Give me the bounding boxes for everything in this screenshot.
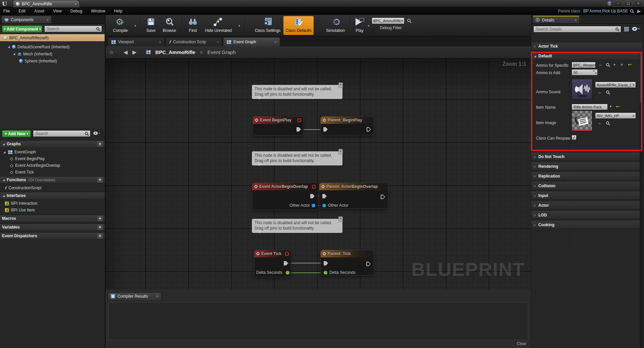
back-icon[interactable]: ◀ <box>123 49 127 55</box>
minimize-button[interactable]: − <box>614 1 623 6</box>
bubble-pin-icon[interactable] <box>338 149 343 154</box>
tab-construction-script[interactable]: f Construction Scrip× <box>165 37 222 46</box>
hide-unrelated-caret-icon[interactable]: ▾ <box>238 24 240 28</box>
details-scrollbar[interactable] <box>640 51 642 348</box>
item-name-input[interactable] <box>572 104 608 110</box>
node-parent-actor-begin-overlap[interactable]: Parent: ActorBeginOverlap Other Actor <box>319 183 388 209</box>
class-can-respawn-checkbox[interactable]: ✓ <box>572 135 577 140</box>
bpi-interaction-row[interactable]: f BPI Interaction <box>0 200 105 207</box>
browse-button[interactable]: Browse <box>160 16 179 35</box>
add-graph-button[interactable]: + <box>97 141 103 147</box>
category-collision[interactable]: ▷ Collision <box>531 182 642 190</box>
details-tab[interactable]: Details × <box>533 16 580 23</box>
exec-out-pin[interactable] <box>284 261 288 265</box>
add-component-button[interactable]: + Add Component ▾ <box>2 26 42 33</box>
delta-seconds-in-pin[interactable] <box>324 271 327 275</box>
expander-icon[interactable]: ◢ <box>12 52 16 55</box>
hide-unrelated-button[interactable]: Hide Unrelated <box>203 16 234 35</box>
bubble-pin-icon[interactable] <box>338 83 343 88</box>
breadcrumb-root[interactable]: BPC_AmmoRifle <box>155 49 195 55</box>
variables-section-header[interactable]: Variables + <box>0 223 105 231</box>
delta-seconds-out-pin[interactable] <box>286 271 289 275</box>
debug-search-icon[interactable] <box>407 18 412 23</box>
bpi-use-item-row[interactable]: f BPI Use Item <box>0 207 105 213</box>
browse-to-asset-icon[interactable] <box>606 121 610 126</box>
browse-to-asset-icon[interactable] <box>606 90 610 95</box>
node-event-tick[interactable]: Event Tick Delta Seconds <box>254 250 291 277</box>
menu-asset[interactable]: Asset <box>34 9 44 13</box>
simulation-button[interactable]: ⚙▶ Simulation <box>323 16 348 35</box>
add-macro-button[interactable]: + <box>97 216 103 221</box>
save-button[interactable]: Save <box>143 16 159 35</box>
node-parent-tick[interactable]: Parent: Tick Delta Seconds <box>320 250 374 276</box>
ammo-for-specific-dropdown[interactable]: BPC_Weapo ▾ <box>572 62 596 68</box>
details-tab-close-icon[interactable]: × <box>575 18 577 22</box>
details-search-input[interactable] <box>533 26 621 33</box>
debug-object-dropdown[interactable]: BPC_AmmoRifle ▾ <box>372 17 405 24</box>
asset-tab[interactable]: BPC_AmmoRifle × <box>13 0 80 7</box>
tab-event-graph[interactable]: Event Graph× <box>223 37 280 46</box>
forward-icon[interactable]: ▶ <box>132 49 137 55</box>
component-row-scene-root[interactable]: ◢ DefaultSceneRoot (Inherited) <box>0 43 105 50</box>
components-search-input[interactable] <box>44 26 102 32</box>
menu-file[interactable]: File <box>3 9 10 13</box>
default-section[interactable]: ◢ Default <box>531 52 642 60</box>
close-button[interactable]: × <box>634 1 643 6</box>
expander-icon[interactable]: ◢ <box>7 45 10 48</box>
asset-tab-close-icon[interactable]: × <box>75 2 77 6</box>
class-settings-button[interactable]: Class Settings <box>253 16 282 35</box>
filter-eye-icon[interactable] <box>93 131 100 136</box>
ammo-sound-dropdown[interactable]: AssaultRifle_Equip_( ▾ <box>595 82 636 88</box>
actor-tick-section[interactable]: ▷ Actor Tick <box>531 43 642 50</box>
bubble-pin-icon[interactable] <box>338 216 343 222</box>
clear-icon[interactable]: × <box>621 62 623 67</box>
tab-close-icon[interactable]: × <box>274 40 276 44</box>
event-graph-row[interactable]: ◢ EventGraph <box>0 149 105 155</box>
search-parent-icon[interactable] <box>630 9 634 13</box>
compile-button[interactable]: ⚙✓ Compile <box>108 16 132 35</box>
component-row-sphere[interactable]: Sphere (Inherited) <box>0 57 105 64</box>
components-tab-close-icon[interactable]: × <box>47 18 49 22</box>
compile-options-caret-icon[interactable]: ▾ <box>135 24 136 28</box>
graphs-section-header[interactable]: ◢ Graphs + <box>0 140 105 148</box>
exec-out-pin[interactable] <box>381 195 385 199</box>
category-do-not-touch[interactable]: ▷ Do Not Touch <box>531 153 642 161</box>
event-graph-canvas[interactable]: Zoom 1:1 BLUEPRINT This node is disabled… <box>106 58 531 290</box>
node-event-begin-play[interactable]: Event BeginPlay <box>253 116 304 136</box>
other-actor-out-pin[interactable] <box>312 204 315 207</box>
compiler-clear-button[interactable]: Clear <box>517 341 526 346</box>
menu-edit[interactable]: Edit <box>18 9 25 13</box>
other-actor-in-pin[interactable] <box>322 204 326 207</box>
node-parent-begin-play[interactable]: Parent: BeginPlay <box>320 116 374 135</box>
use-selected-icon[interactable]: ← <box>598 120 602 126</box>
functions-section-header[interactable]: ◢ Functions (24 Overridable) + <box>0 176 105 184</box>
compiler-tab-close-icon[interactable]: × <box>156 294 158 298</box>
exec-out-pin[interactable] <box>367 127 371 132</box>
name-dropdown-caret-icon[interactable]: ▾ <box>610 104 611 108</box>
category-cooking[interactable]: ▷ Cooking <box>531 221 642 229</box>
item-image-thumbnail[interactable] <box>572 110 592 131</box>
add-element-icon[interactable]: + <box>613 62 616 67</box>
category-actor[interactable]: ▷ Actor <box>531 201 642 209</box>
event-actor-begin-overlap-row[interactable]: ◇ Event ActorBeginOverlap <box>0 162 105 169</box>
event-begin-play-row[interactable]: ◇ Event BeginPlay <box>0 155 105 162</box>
exec-out-pin[interactable] <box>366 262 371 266</box>
menu-help[interactable]: Help <box>114 9 122 13</box>
ammo-sound-thumbnail[interactable] <box>572 79 592 100</box>
menu-window[interactable]: Window <box>91 9 105 13</box>
item-image-dropdown[interactable]: INV_IMG_HP ▾ <box>595 112 636 119</box>
breadcrumb-current[interactable]: Event Graph <box>207 49 235 55</box>
maximize-button[interactable]: ▢ <box>624 1 633 6</box>
property-matrix-icon[interactable] <box>624 27 629 32</box>
parent-class-link[interactable]: BP Ammo Pick Up BASE <box>583 9 628 13</box>
marketplace-icon[interactable] <box>607 1 612 6</box>
category-rendering[interactable]: ▷ Rendering <box>531 162 642 170</box>
my-blueprint-search-input[interactable] <box>33 130 91 137</box>
exec-in-pin[interactable] <box>324 261 328 265</box>
macros-section-header[interactable]: Macros + <box>0 215 105 222</box>
add-dispatcher-button[interactable]: + <box>97 233 103 239</box>
interfaces-section-header[interactable]: ◢ Interfaces <box>0 192 105 199</box>
exec-out-pin[interactable] <box>297 127 301 132</box>
value-slider-icon[interactable] <box>593 70 597 74</box>
reset-to-default-icon[interactable]: ↩ <box>628 62 632 67</box>
